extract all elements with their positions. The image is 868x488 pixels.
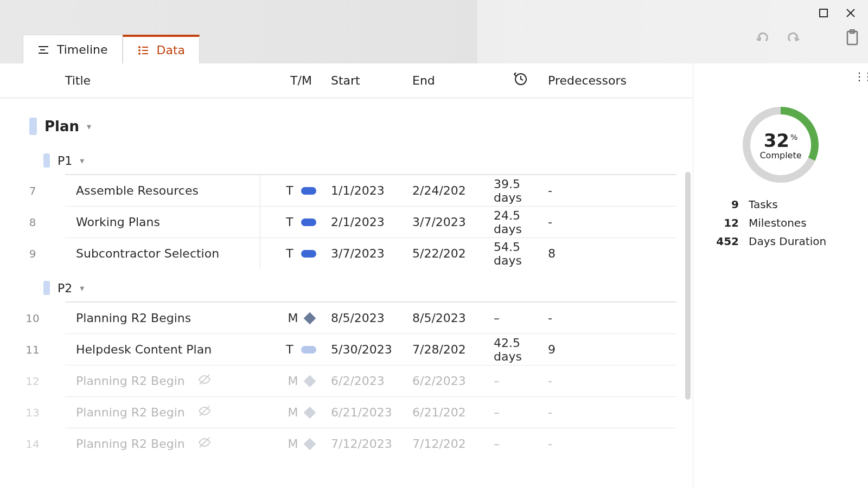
- tab-timeline-label: Timeline: [57, 43, 108, 56]
- row-end[interactable]: 7/28/202: [412, 343, 494, 356]
- row-start[interactable]: 6/2/2023: [331, 374, 412, 388]
- row-start[interactable]: 2/1/2023: [331, 215, 412, 229]
- svg-point-8: [138, 53, 141, 55]
- row-start[interactable]: 7/12/2023: [331, 437, 412, 451]
- close-icon: [846, 8, 856, 18]
- row-start[interactable]: 6/21/2023: [331, 406, 412, 419]
- view-tabs: Timeline Data: [23, 35, 200, 63]
- table-row[interactable]: 12Planning R2 BeginM6/2/20236/2/2023–-: [65, 365, 676, 396]
- undo-button[interactable]: [754, 29, 770, 46]
- group-color-swatch: [43, 281, 50, 295]
- chevron-down-icon: ▾: [87, 121, 91, 132]
- col-title[interactable]: Title: [65, 74, 271, 87]
- row-end[interactable]: 8/5/2023: [412, 311, 494, 325]
- redo-icon: [787, 30, 801, 44]
- table-row[interactable]: 13Planning R2 BeginM6/21/20236/21/202–-: [65, 396, 676, 428]
- chevron-down-icon: ▾: [80, 156, 84, 166]
- ribbon: Timeline Data: [0, 24, 868, 63]
- row-type: T: [271, 343, 331, 356]
- col-start[interactable]: Start: [331, 74, 412, 87]
- milestone-diamond-icon: [304, 438, 316, 450]
- row-start[interactable]: 8/5/2023: [331, 311, 412, 325]
- row-end[interactable]: 2/24/202: [412, 184, 494, 197]
- tab-data[interactable]: Data: [123, 35, 200, 63]
- row-predecessors[interactable]: -: [548, 215, 635, 229]
- summary-stat: 12Milestones: [710, 216, 852, 229]
- summary-stats: 9Tasks12Milestones452Days Duration: [705, 198, 856, 248]
- row-predecessors[interactable]: -: [548, 406, 635, 419]
- task-pill-icon: [301, 250, 316, 258]
- maximize-icon: [819, 9, 828, 17]
- group-plan-label: Plan: [44, 118, 79, 134]
- tab-timeline[interactable]: Timeline: [23, 35, 123, 63]
- row-predecessors[interactable]: 9: [548, 343, 635, 356]
- column-divider: [260, 175, 260, 269]
- row-end[interactable]: 6/2/2023: [412, 374, 494, 388]
- row-end[interactable]: 3/7/2023: [412, 215, 494, 229]
- window-close-button[interactable]: [843, 5, 858, 21]
- toolbar-actions: [754, 29, 860, 46]
- chevron-down-icon: ▾: [80, 283, 84, 293]
- column-headers: Title T/M Start End Predecessors: [0, 63, 693, 98]
- row-duration: 54.5 days: [494, 240, 548, 267]
- row-title[interactable]: Planning R2 Begin: [65, 436, 271, 452]
- vertical-scrollbar[interactable]: [685, 172, 691, 400]
- row-title[interactable]: Planning R2 Begins: [65, 311, 271, 325]
- grid-body: Plan ▾ P1 ▾ 7Assemble ResourcesT1/1/2023…: [0, 98, 693, 459]
- table-row[interactable]: 7Assemble ResourcesT1/1/20232/24/20239.5…: [65, 175, 676, 206]
- rows-p1: 7Assemble ResourcesT1/1/20232/24/20239.5…: [65, 174, 676, 269]
- table-row[interactable]: 11Helpdesk Content PlanT5/30/20237/28/20…: [65, 333, 676, 365]
- milestone-diamond-icon: [304, 375, 316, 387]
- row-predecessors[interactable]: -: [548, 437, 635, 451]
- row-predecessors[interactable]: -: [548, 311, 635, 325]
- undo-icon: [755, 30, 769, 44]
- row-title[interactable]: Planning R2 Begin: [65, 373, 271, 389]
- row-predecessors[interactable]: -: [548, 374, 635, 388]
- redo-button[interactable]: [786, 29, 802, 46]
- row-duration: –: [494, 406, 548, 419]
- col-end[interactable]: End: [412, 74, 494, 87]
- window-maximize-button[interactable]: [816, 5, 831, 21]
- table-row[interactable]: 10Planning R2 BeginsM8/5/20238/5/2023–-: [65, 302, 676, 333]
- stat-label: Milestones: [749, 216, 807, 229]
- data-grid: Title T/M Start End Predecessors Plan ▾ …: [0, 63, 693, 488]
- milestone-diamond-icon: [304, 312, 316, 324]
- row-start[interactable]: 3/7/2023: [331, 247, 412, 260]
- group-p2[interactable]: P2 ▾: [0, 274, 693, 301]
- col-predecessors[interactable]: Predecessors: [548, 74, 635, 87]
- summary-panel: ⋮⋮ 32% Complete 9Tasks12Milestones452Day…: [693, 63, 868, 488]
- svg-point-7: [138, 49, 141, 52]
- row-duration: –: [494, 311, 548, 325]
- row-end[interactable]: 5/22/202: [412, 247, 494, 260]
- row-number: 9: [0, 247, 65, 260]
- col-tm[interactable]: T/M: [271, 74, 331, 87]
- progress-percent: 32%: [764, 130, 798, 151]
- row-number: 11: [0, 343, 65, 356]
- row-predecessors[interactable]: 8: [548, 247, 635, 260]
- clipboard-button[interactable]: [844, 29, 860, 46]
- row-title[interactable]: Helpdesk Content Plan: [65, 343, 271, 356]
- table-row[interactable]: 9Subcontractor SelectionT3/7/20235/22/20…: [65, 237, 676, 269]
- row-end[interactable]: 6/21/202: [412, 406, 494, 419]
- group-plan[interactable]: Plan ▾: [0, 118, 693, 145]
- row-number: 12: [0, 375, 65, 388]
- svg-point-6: [138, 46, 141, 48]
- rows-p2: 10Planning R2 BeginsM8/5/20238/5/2023–-1…: [65, 301, 676, 459]
- panel-collapse-marker[interactable]: ⋮⋮: [854, 70, 868, 83]
- row-title[interactable]: Subcontractor Selection: [65, 247, 271, 260]
- stat-value: 9: [710, 198, 739, 211]
- row-predecessors[interactable]: -: [548, 184, 635, 197]
- task-pill-icon: [301, 219, 316, 226]
- hidden-eye-icon: [198, 373, 211, 389]
- table-row[interactable]: 8Working PlansT2/1/20233/7/202324.5 days…: [65, 206, 676, 237]
- row-start[interactable]: 1/1/2023: [331, 184, 412, 197]
- row-title[interactable]: Assemble Resources: [65, 184, 271, 197]
- row-title[interactable]: Planning R2 Begin: [65, 404, 271, 420]
- row-title[interactable]: Working Plans: [65, 215, 271, 229]
- row-type: M: [271, 311, 331, 325]
- col-duration[interactable]: [494, 72, 548, 89]
- group-p1[interactable]: P1 ▾: [0, 147, 693, 174]
- row-start[interactable]: 5/30/2023: [331, 343, 412, 356]
- table-row[interactable]: 14Planning R2 BeginM7/12/20237/12/202–-: [65, 428, 676, 459]
- row-end[interactable]: 7/12/202: [412, 437, 494, 451]
